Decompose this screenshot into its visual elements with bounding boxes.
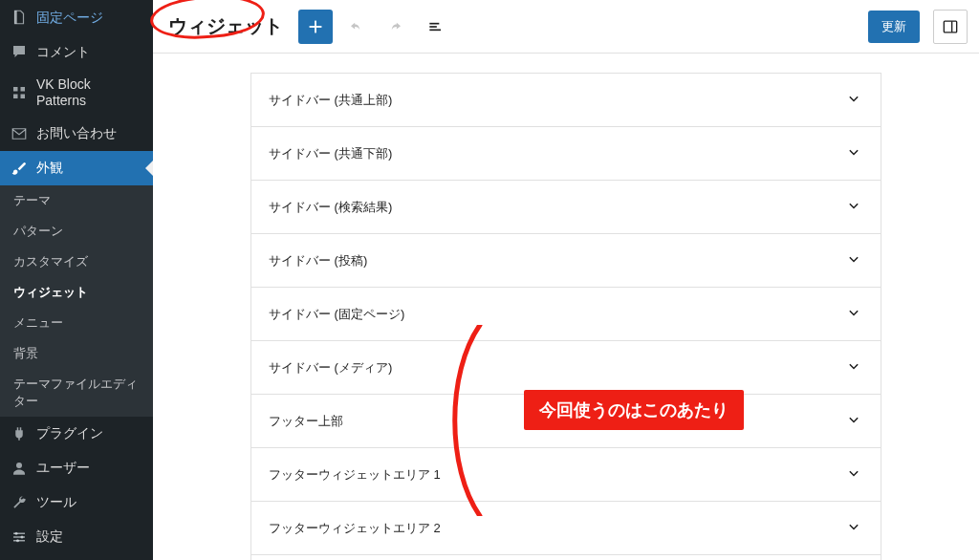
sidebar-subitem[interactable]: パターン — [0, 216, 153, 247]
sidebar-subitem[interactable]: ウィジェット — [0, 277, 153, 308]
settings-panel-button[interactable] — [933, 10, 968, 44]
plus-icon — [305, 16, 326, 37]
chevron-down-icon — [844, 303, 863, 325]
widget-area-item[interactable]: サイドバー (メディア) — [250, 340, 881, 394]
undo-icon — [346, 17, 365, 36]
svg-point-9 — [21, 535, 24, 538]
widget-area-item[interactable]: サイドバー (投稿) — [250, 233, 881, 287]
svg-point-10 — [16, 539, 19, 542]
svg-rect-14 — [429, 26, 437, 28]
sidebar-item[interactable]: プラグイン — [0, 417, 153, 451]
sidebar-item[interactable]: 固定ページ — [0, 0, 153, 34]
svg-rect-3 — [20, 94, 25, 98]
mail-icon — [10, 124, 29, 143]
chevron-down-icon — [844, 196, 863, 218]
main-content: ウィジェット 更新 サイドバー (共通上部)サイドバー (共通下部)サイドバー … — [153, 0, 979, 560]
sidebar-subitem[interactable]: 背景 — [0, 338, 153, 369]
sidebar-item-label: お問い合わせ — [36, 125, 117, 141]
sidebar-item-label: VK Block Patterns — [36, 76, 143, 109]
widget-area-item[interactable]: サイドバー (共通下部) — [250, 126, 881, 180]
chevron-down-icon — [844, 142, 863, 164]
svg-rect-13 — [429, 22, 439, 24]
page-icon — [10, 8, 29, 27]
sidebar-item[interactable]: カスタム投稿タイプ設定 — [0, 554, 153, 560]
widget-area-item[interactable]: フッター上部 — [250, 394, 881, 447]
chevron-down-icon — [844, 356, 863, 378]
sidebar-subitem[interactable]: テーマ — [0, 185, 153, 216]
wrench-icon — [10, 493, 29, 512]
widget-area-item[interactable]: サイドバー (共通上部) — [250, 73, 881, 126]
sidebar-item-label: コメント — [36, 44, 90, 60]
grid-icon — [10, 83, 29, 102]
sidebar-subitem[interactable]: テーマファイルエディター — [0, 369, 153, 417]
svg-rect-12 — [310, 26, 322, 28]
editor-topbar: ウィジェット 更新 — [153, 0, 979, 54]
brush-icon — [10, 159, 29, 178]
widget-area-item[interactable]: サイドバー (検索結果) — [250, 180, 881, 233]
widget-area-title: サイドバー (投稿) — [269, 252, 367, 269]
user-icon — [10, 459, 29, 478]
chevron-down-icon — [844, 249, 863, 271]
sidebar-item[interactable]: VK Block Patterns — [0, 69, 153, 117]
widget-area-item[interactable]: フッターウィジェットエリア 3 — [250, 554, 881, 560]
list-view-icon — [426, 17, 446, 36]
sidebar-item-label: ユーザー — [36, 460, 90, 476]
widget-area-item[interactable]: フッターウィジェットエリア 2 — [250, 501, 881, 554]
svg-point-8 — [15, 531, 18, 534]
widget-area-title: フッターウィジェットエリア 2 — [269, 520, 441, 537]
sidebar-item-label: 設定 — [36, 528, 63, 545]
undo-button[interactable] — [338, 10, 373, 44]
sidebar-item-appearance[interactable]: 外観 — [0, 151, 153, 185]
svg-rect-1 — [20, 87, 25, 92]
sidebar-item[interactable]: 設定 — [0, 520, 153, 554]
svg-point-4 — [16, 463, 22, 468]
sidebar-item-label: ツール — [36, 494, 76, 510]
widget-area-title: フッター上部 — [269, 413, 343, 430]
widget-area-title: サイドバー (メディア) — [269, 359, 392, 377]
sidebar-item[interactable]: お問い合わせ — [0, 117, 153, 151]
sidebar-item[interactable]: ユーザー — [0, 451, 153, 485]
sidebar-subitem[interactable]: メニュー — [0, 308, 153, 338]
sidebar-item-label: 固定ページ — [36, 10, 103, 26]
page-title: ウィジェット — [164, 13, 293, 39]
widget-area-title: サイドバー (固定ページ) — [269, 306, 404, 323]
panel-icon — [941, 17, 960, 36]
sidebar-item-label: 外観 — [36, 160, 63, 176]
svg-rect-16 — [944, 21, 956, 32]
add-block-button[interactable] — [298, 10, 333, 44]
widget-area-title: サイドバー (共通下部) — [269, 145, 392, 162]
plug-icon — [10, 424, 29, 443]
widget-stage: サイドバー (共通上部)サイドバー (共通下部)サイドバー (検索結果)サイドバ… — [153, 54, 979, 560]
redo-icon — [386, 17, 405, 36]
svg-rect-15 — [429, 29, 441, 31]
admin-sidebar: 固定ページコメントVK Block Patternsお問い合わせ 外観 テーマパ… — [0, 0, 153, 560]
update-button[interactable]: 更新 — [868, 11, 920, 43]
widget-area-title: サイドバー (検索結果) — [269, 199, 392, 216]
widget-area-item[interactable]: サイドバー (固定ページ) — [250, 287, 881, 340]
chevron-down-icon — [844, 89, 863, 111]
list-view-button[interactable] — [419, 10, 453, 44]
widget-area-item[interactable]: フッターウィジェットエリア 1 — [250, 447, 881, 501]
chevron-down-icon — [844, 463, 863, 485]
svg-rect-0 — [13, 87, 18, 92]
chevron-down-icon — [844, 517, 863, 539]
sidebar-item-label: プラグイン — [36, 425, 103, 442]
sidebar-item[interactable]: ツール — [0, 485, 153, 520]
redo-button[interactable] — [379, 10, 413, 44]
sidebar-subitem[interactable]: カスタマイズ — [0, 247, 153, 277]
chat-icon — [10, 42, 29, 61]
svg-rect-2 — [13, 94, 18, 98]
chevron-down-icon — [844, 410, 863, 432]
sidebar-item[interactable]: コメント — [0, 34, 153, 69]
widget-area-title: サイドバー (共通上部) — [269, 92, 392, 109]
sliders-icon — [10, 528, 29, 547]
widget-area-title: フッターウィジェットエリア 1 — [269, 466, 441, 484]
